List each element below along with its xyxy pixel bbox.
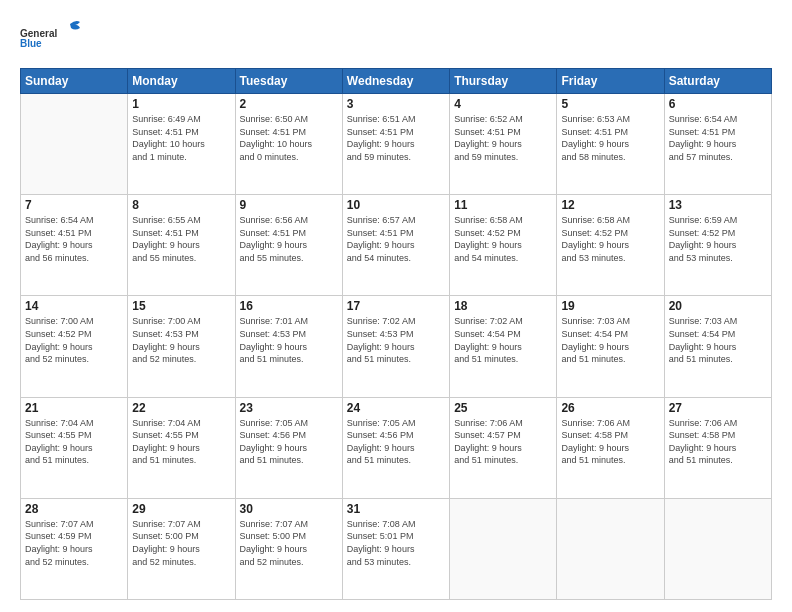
day-info: Sunrise: 7:02 AMSunset: 4:53 PMDaylight:… <box>347 315 445 365</box>
calendar-cell: 1Sunrise: 6:49 AMSunset: 4:51 PMDaylight… <box>128 94 235 195</box>
calendar-cell: 27Sunrise: 7:06 AMSunset: 4:58 PMDayligh… <box>664 397 771 498</box>
calendar-cell: 12Sunrise: 6:58 AMSunset: 4:52 PMDayligh… <box>557 195 664 296</box>
day-info: Sunrise: 7:06 AMSunset: 4:57 PMDaylight:… <box>454 417 552 467</box>
day-number: 29 <box>132 502 230 516</box>
weekday-tuesday: Tuesday <box>235 69 342 94</box>
day-number: 25 <box>454 401 552 415</box>
day-info: Sunrise: 6:54 AMSunset: 4:51 PMDaylight:… <box>25 214 123 264</box>
calendar-cell: 6Sunrise: 6:54 AMSunset: 4:51 PMDaylight… <box>664 94 771 195</box>
day-number: 3 <box>347 97 445 111</box>
svg-text:Blue: Blue <box>20 38 42 49</box>
calendar-body: 1Sunrise: 6:49 AMSunset: 4:51 PMDaylight… <box>21 94 772 600</box>
day-info: Sunrise: 6:58 AMSunset: 4:52 PMDaylight:… <box>561 214 659 264</box>
day-info: Sunrise: 7:00 AMSunset: 4:52 PMDaylight:… <box>25 315 123 365</box>
day-number: 6 <box>669 97 767 111</box>
weekday-wednesday: Wednesday <box>342 69 449 94</box>
calendar-cell: 24Sunrise: 7:05 AMSunset: 4:56 PMDayligh… <box>342 397 449 498</box>
calendar-cell: 18Sunrise: 7:02 AMSunset: 4:54 PMDayligh… <box>450 296 557 397</box>
calendar-cell: 29Sunrise: 7:07 AMSunset: 5:00 PMDayligh… <box>128 498 235 599</box>
calendar-cell: 17Sunrise: 7:02 AMSunset: 4:53 PMDayligh… <box>342 296 449 397</box>
calendar-cell: 5Sunrise: 6:53 AMSunset: 4:51 PMDaylight… <box>557 94 664 195</box>
day-info: Sunrise: 7:05 AMSunset: 4:56 PMDaylight:… <box>240 417 338 467</box>
day-info: Sunrise: 7:03 AMSunset: 4:54 PMDaylight:… <box>561 315 659 365</box>
calendar-cell: 16Sunrise: 7:01 AMSunset: 4:53 PMDayligh… <box>235 296 342 397</box>
bird-icon <box>58 19 82 49</box>
calendar-cell: 20Sunrise: 7:03 AMSunset: 4:54 PMDayligh… <box>664 296 771 397</box>
day-info: Sunrise: 7:00 AMSunset: 4:53 PMDaylight:… <box>132 315 230 365</box>
week-row-2: 7Sunrise: 6:54 AMSunset: 4:51 PMDaylight… <box>21 195 772 296</box>
weekday-friday: Friday <box>557 69 664 94</box>
day-info: Sunrise: 6:54 AMSunset: 4:51 PMDaylight:… <box>669 113 767 163</box>
day-number: 5 <box>561 97 659 111</box>
day-number: 4 <box>454 97 552 111</box>
calendar-cell <box>450 498 557 599</box>
day-info: Sunrise: 6:56 AMSunset: 4:51 PMDaylight:… <box>240 214 338 264</box>
day-info: Sunrise: 7:04 AMSunset: 4:55 PMDaylight:… <box>132 417 230 467</box>
day-number: 19 <box>561 299 659 313</box>
calendar-cell: 30Sunrise: 7:07 AMSunset: 5:00 PMDayligh… <box>235 498 342 599</box>
day-info: Sunrise: 6:58 AMSunset: 4:52 PMDaylight:… <box>454 214 552 264</box>
week-row-5: 28Sunrise: 7:07 AMSunset: 4:59 PMDayligh… <box>21 498 772 599</box>
day-number: 24 <box>347 401 445 415</box>
day-number: 27 <box>669 401 767 415</box>
day-info: Sunrise: 7:07 AMSunset: 4:59 PMDaylight:… <box>25 518 123 568</box>
day-info: Sunrise: 6:55 AMSunset: 4:51 PMDaylight:… <box>132 214 230 264</box>
day-info: Sunrise: 7:07 AMSunset: 5:00 PMDaylight:… <box>240 518 338 568</box>
calendar-cell: 13Sunrise: 6:59 AMSunset: 4:52 PMDayligh… <box>664 195 771 296</box>
day-info: Sunrise: 6:50 AMSunset: 4:51 PMDaylight:… <box>240 113 338 163</box>
logo-svg: General Blue <box>20 18 60 58</box>
calendar-cell <box>21 94 128 195</box>
day-number: 10 <box>347 198 445 212</box>
day-number: 26 <box>561 401 659 415</box>
week-row-1: 1Sunrise: 6:49 AMSunset: 4:51 PMDaylight… <box>21 94 772 195</box>
day-info: Sunrise: 7:03 AMSunset: 4:54 PMDaylight:… <box>669 315 767 365</box>
calendar-header: SundayMondayTuesdayWednesdayThursdayFrid… <box>21 69 772 94</box>
day-info: Sunrise: 6:52 AMSunset: 4:51 PMDaylight:… <box>454 113 552 163</box>
day-number: 9 <box>240 198 338 212</box>
calendar-cell: 2Sunrise: 6:50 AMSunset: 4:51 PMDaylight… <box>235 94 342 195</box>
calendar-cell: 7Sunrise: 6:54 AMSunset: 4:51 PMDaylight… <box>21 195 128 296</box>
calendar-cell: 19Sunrise: 7:03 AMSunset: 4:54 PMDayligh… <box>557 296 664 397</box>
day-info: Sunrise: 6:51 AMSunset: 4:51 PMDaylight:… <box>347 113 445 163</box>
day-number: 18 <box>454 299 552 313</box>
day-info: Sunrise: 7:06 AMSunset: 4:58 PMDaylight:… <box>669 417 767 467</box>
day-info: Sunrise: 6:57 AMSunset: 4:51 PMDaylight:… <box>347 214 445 264</box>
header: General Blue <box>20 18 772 58</box>
calendar-cell: 8Sunrise: 6:55 AMSunset: 4:51 PMDaylight… <box>128 195 235 296</box>
day-info: Sunrise: 7:07 AMSunset: 5:00 PMDaylight:… <box>132 518 230 568</box>
calendar-cell: 26Sunrise: 7:06 AMSunset: 4:58 PMDayligh… <box>557 397 664 498</box>
calendar-cell: 11Sunrise: 6:58 AMSunset: 4:52 PMDayligh… <box>450 195 557 296</box>
day-number: 8 <box>132 198 230 212</box>
page: General Blue SundayMondayTuesdayWednesda… <box>0 0 792 612</box>
calendar-cell: 9Sunrise: 6:56 AMSunset: 4:51 PMDaylight… <box>235 195 342 296</box>
day-info: Sunrise: 6:49 AMSunset: 4:51 PMDaylight:… <box>132 113 230 163</box>
day-number: 20 <box>669 299 767 313</box>
logo: General Blue <box>20 18 82 58</box>
calendar-cell: 14Sunrise: 7:00 AMSunset: 4:52 PMDayligh… <box>21 296 128 397</box>
day-info: Sunrise: 7:08 AMSunset: 5:01 PMDaylight:… <box>347 518 445 568</box>
day-info: Sunrise: 7:05 AMSunset: 4:56 PMDaylight:… <box>347 417 445 467</box>
week-row-4: 21Sunrise: 7:04 AMSunset: 4:55 PMDayligh… <box>21 397 772 498</box>
day-info: Sunrise: 6:53 AMSunset: 4:51 PMDaylight:… <box>561 113 659 163</box>
day-info: Sunrise: 7:06 AMSunset: 4:58 PMDaylight:… <box>561 417 659 467</box>
weekday-sunday: Sunday <box>21 69 128 94</box>
day-number: 7 <box>25 198 123 212</box>
calendar-cell <box>557 498 664 599</box>
calendar-cell: 22Sunrise: 7:04 AMSunset: 4:55 PMDayligh… <box>128 397 235 498</box>
weekday-monday: Monday <box>128 69 235 94</box>
week-row-3: 14Sunrise: 7:00 AMSunset: 4:52 PMDayligh… <box>21 296 772 397</box>
calendar-cell: 4Sunrise: 6:52 AMSunset: 4:51 PMDaylight… <box>450 94 557 195</box>
calendar-cell: 28Sunrise: 7:07 AMSunset: 4:59 PMDayligh… <box>21 498 128 599</box>
calendar-cell: 25Sunrise: 7:06 AMSunset: 4:57 PMDayligh… <box>450 397 557 498</box>
calendar-cell <box>664 498 771 599</box>
calendar-cell: 23Sunrise: 7:05 AMSunset: 4:56 PMDayligh… <box>235 397 342 498</box>
day-number: 23 <box>240 401 338 415</box>
day-info: Sunrise: 7:01 AMSunset: 4:53 PMDaylight:… <box>240 315 338 365</box>
day-number: 13 <box>669 198 767 212</box>
calendar-cell: 15Sunrise: 7:00 AMSunset: 4:53 PMDayligh… <box>128 296 235 397</box>
day-number: 21 <box>25 401 123 415</box>
day-number: 31 <box>347 502 445 516</box>
day-info: Sunrise: 7:02 AMSunset: 4:54 PMDaylight:… <box>454 315 552 365</box>
calendar-cell: 31Sunrise: 7:08 AMSunset: 5:01 PMDayligh… <box>342 498 449 599</box>
calendar-table: SundayMondayTuesdayWednesdayThursdayFrid… <box>20 68 772 600</box>
